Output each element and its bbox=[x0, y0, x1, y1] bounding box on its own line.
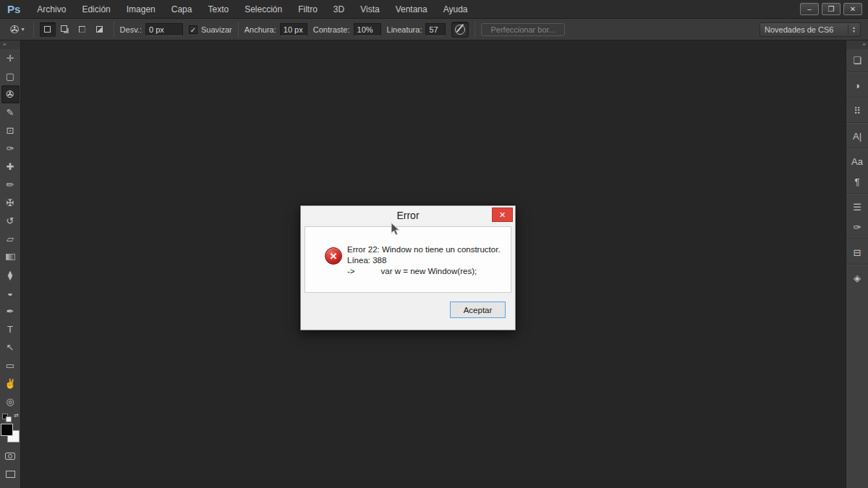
screen-mode-icon bbox=[6, 471, 15, 478]
width-input[interactable] bbox=[280, 23, 307, 36]
quick-selection-tool[interactable]: ✎ bbox=[1, 103, 20, 121]
adjustments-panel-button[interactable]: ◑ bbox=[848, 76, 867, 95]
anti-alias-label: Suavizar bbox=[201, 25, 232, 34]
pen-tool[interactable]: ✒ bbox=[1, 302, 20, 320]
properties-panel-button[interactable]: ☰ bbox=[848, 197, 867, 216]
error-arrow: -> bbox=[347, 266, 355, 277]
blur-tool[interactable]: ⧫ bbox=[1, 266, 20, 284]
dialog-title: Error bbox=[396, 210, 419, 221]
contrast-input[interactable] bbox=[354, 23, 381, 36]
zoom-tool[interactable]: ◎ bbox=[1, 393, 20, 411]
divider bbox=[475, 22, 475, 38]
type-tool[interactable]: T bbox=[1, 320, 20, 338]
menu-texto[interactable]: Texto bbox=[200, 0, 237, 19]
pen-pressure-button[interactable] bbox=[451, 22, 469, 38]
marquee-tool[interactable]: ▢ bbox=[1, 67, 20, 85]
timeline-panel-button[interactable]: ⊟ bbox=[848, 243, 867, 262]
magnetic-lasso-icon: ✇ bbox=[10, 23, 20, 36]
anti-alias-checkbox[interactable]: ✓ bbox=[189, 25, 197, 34]
pen-pressure-icon bbox=[455, 25, 465, 35]
menu-ventana[interactable]: Ventana bbox=[388, 0, 435, 19]
move-tool[interactable]: ✛ bbox=[1, 49, 20, 67]
dock-collapse-icon[interactable]: « bbox=[846, 40, 868, 49]
adjustments-panel-icon: ◑ bbox=[854, 80, 860, 91]
gradient-icon bbox=[6, 254, 15, 260]
refine-edge-button: Perfeccionar bor... bbox=[481, 23, 564, 36]
brush-presets-panel-button[interactable]: ✑ bbox=[848, 218, 867, 236]
crop-tool[interactable]: ⊡ bbox=[1, 121, 20, 140]
error-message: Error 22: Window no tiene un constructor… bbox=[347, 244, 501, 277]
dodge-tool[interactable]: ◒ bbox=[1, 284, 20, 302]
menu-seleccion[interactable]: Selección bbox=[237, 0, 290, 19]
move-icon: ✛ bbox=[7, 53, 14, 64]
tool-preset-picker[interactable]: ✇ ▾ bbox=[7, 22, 27, 38]
frequency-label: Lineatura: bbox=[387, 25, 422, 34]
blur-icon: ⧫ bbox=[8, 270, 12, 281]
workspace-select[interactable]: Novedades de CS6 ▲▼ bbox=[760, 22, 861, 37]
healing-brush-icon: ✚ bbox=[7, 161, 14, 172]
3d-panel-button[interactable]: ◈ bbox=[848, 268, 867, 287]
minimize-button[interactable]: – bbox=[800, 3, 819, 15]
panel-divider bbox=[846, 122, 868, 123]
menu-vista[interactable]: Vista bbox=[352, 0, 387, 19]
brush-tool[interactable]: ✏ bbox=[1, 176, 20, 194]
accept-button[interactable]: Aceptar bbox=[450, 301, 506, 318]
menu-archivo[interactable]: Archivo bbox=[29, 0, 74, 19]
screen-mode-button[interactable] bbox=[1, 465, 20, 483]
eyedropper-icon: ✑ bbox=[7, 143, 14, 154]
subtract-from-selection-icon bbox=[79, 26, 85, 33]
character-styles-panel-button[interactable]: Aa bbox=[848, 152, 867, 171]
hand-tool[interactable]: ✌ bbox=[1, 374, 20, 393]
character-styles-panel-icon: Aa bbox=[851, 156, 863, 167]
menu-ayuda[interactable]: Ayuda bbox=[435, 0, 476, 19]
subtract-from-selection-button[interactable] bbox=[75, 22, 90, 37]
close-icon: ✕ bbox=[499, 211, 506, 219]
brush-presets-panel-icon: ✑ bbox=[854, 222, 861, 233]
panel-divider bbox=[846, 264, 868, 265]
layers-panel-button[interactable]: ❏ bbox=[848, 51, 867, 69]
magnetic-lasso-tool[interactable]: ✇ bbox=[1, 85, 20, 103]
intersect-selection-button[interactable] bbox=[92, 22, 108, 37]
menu-imagen[interactable]: Imagen bbox=[119, 0, 163, 19]
type-icon: T bbox=[7, 324, 13, 335]
hand-icon: ✌ bbox=[4, 378, 16, 389]
eyedropper-tool[interactable]: ✑ bbox=[1, 140, 20, 158]
feather-input[interactable] bbox=[145, 23, 183, 36]
tools-collapse-icon[interactable]: » bbox=[0, 40, 20, 49]
close-button[interactable]: ✕ bbox=[843, 3, 862, 15]
gradient-tool[interactable] bbox=[1, 248, 20, 266]
divider bbox=[33, 22, 34, 38]
styles-panel-button[interactable]: ⠿ bbox=[848, 101, 867, 120]
shape-tool[interactable]: ▭ bbox=[1, 356, 20, 374]
default-colors-control[interactable]: ⇄ bbox=[2, 414, 18, 422]
mouse-cursor bbox=[391, 222, 401, 239]
crop-icon: ⊡ bbox=[7, 125, 14, 136]
menu-edicion[interactable]: Edición bbox=[74, 0, 118, 19]
history-brush-tool[interactable]: ↺ bbox=[1, 212, 20, 230]
panel-icons-list: ❏◑⠿A|Aa¶☰✑⊟◈ bbox=[846, 49, 868, 287]
healing-brush-tool[interactable]: ✚ bbox=[1, 158, 20, 176]
dialog-title-bar[interactable]: Error ✕ bbox=[301, 206, 515, 224]
paragraph-styles-panel-icon: ¶ bbox=[855, 176, 860, 187]
dialog-message-area: ✕ Error 22: Window no tiene un construct… bbox=[305, 226, 511, 293]
character-panel-button[interactable]: A| bbox=[848, 127, 867, 145]
eraser-tool[interactable]: ▱ bbox=[1, 230, 20, 248]
add-to-selection-button[interactable] bbox=[57, 22, 73, 37]
restore-button[interactable]: ❐ bbox=[822, 3, 841, 15]
frequency-input[interactable] bbox=[425, 23, 446, 36]
menu-filtro[interactable]: Filtro bbox=[290, 0, 326, 19]
pen-icon: ✒ bbox=[7, 306, 14, 317]
quick-mask-button[interactable] bbox=[1, 447, 20, 465]
clone-stamp-tool[interactable]: ✠ bbox=[1, 194, 20, 212]
new-selection-button[interactable] bbox=[40, 22, 56, 37]
paragraph-styles-panel-button[interactable]: ¶ bbox=[848, 172, 867, 191]
path-selection-tool[interactable]: ↖ bbox=[1, 338, 20, 356]
magnetic-lasso-icon: ✇ bbox=[7, 89, 14, 100]
workspace: » ✛▢✇✎⊡✑✚✏✠↺▱⧫◒✒T↖▭✌◎ ⇄ « ❏◑⠿A|Aa¶☰✑⊟◈ E… bbox=[0, 40, 868, 488]
menu-3d[interactable]: 3D bbox=[326, 0, 352, 19]
foreground-color-swatch[interactable] bbox=[1, 424, 13, 436]
dialog-close-button[interactable]: ✕ bbox=[492, 207, 513, 222]
panel-divider bbox=[846, 239, 868, 239]
color-swatches[interactable] bbox=[1, 424, 20, 442]
menu-capa[interactable]: Capa bbox=[163, 0, 200, 19]
